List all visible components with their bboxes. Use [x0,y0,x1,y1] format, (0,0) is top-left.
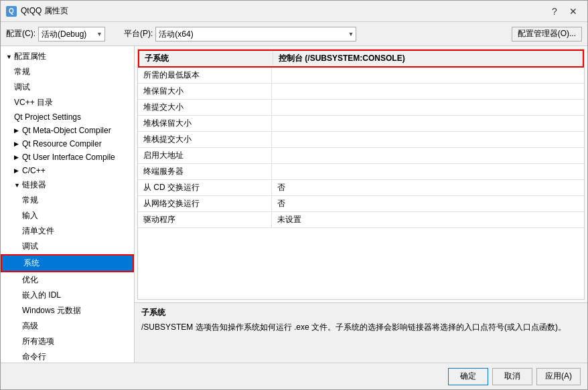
config-select-wrapper: 活动(Debug) ▼ [38,27,105,41]
prop-name: 堆栈保留大小 [138,116,272,131]
table-row[interactable]: 从 CD 交换运行 否 [138,180,584,196]
sidebar-item-label: 清单文件 [22,225,54,237]
bottom-bar: 确定 取消 应用(A) [1,363,587,389]
prop-name: 堆保留大小 [138,84,272,99]
title-bar: Q QtQQ 属性页 ? ✕ [1,1,587,22]
sidebar-item-label: 命令行 [22,351,46,363]
arrow-icon: ▼ [14,182,21,189]
prop-value [272,116,584,131]
sidebar-item-label: 系统 [23,258,40,269]
prop-name: 启用大地址 [138,148,272,163]
sidebar-item-cpp[interactable]: ▶ C/C++ [1,164,134,177]
sidebar-item-linker-idl[interactable]: 嵌入的 IDL [1,288,134,303]
cancel-button[interactable]: 取消 [492,368,532,385]
sidebar-item-linker-manifest[interactable]: 清单文件 [1,223,134,239]
sidebar-item-qt-project[interactable]: Qt Project Settings [1,110,134,124]
main-content: ▼ 配置属性 常规 调试 VC++ 目录 Qt Project Settings… [1,46,587,363]
app-icon: Q [6,6,17,17]
sidebar-item-linker[interactable]: ▼ 链接器 [1,177,134,193]
sidebar-item-label: 输入 [22,210,38,221]
sidebar-item-label: C/C++ [22,166,46,175]
sidebar-item-label: 优化 [22,274,38,286]
close-button[interactable]: ✕ [565,5,582,18]
sidebar-item-label: 所有选项 [22,336,54,347]
prop-value: 否 [272,196,584,211]
window-title: QtQQ 属性页 [21,5,68,17]
sidebar-item-label: 高级 [22,320,38,332]
prop-value [272,148,584,163]
header-value: 控制台 (/SUBSYSTEM:CONSOLE) [273,51,583,66]
table-row[interactable]: 堆栈保留大小 [138,116,584,132]
help-button[interactable]: ? [546,5,563,18]
prop-value [272,100,584,115]
config-label: 配置(C): [6,28,35,39]
dialog-window: Q QtQQ 属性页 ? ✕ 配置(C): 活动(Debug) ▼ 平台(P):… [0,0,588,390]
prop-name: 驱动程序 [138,212,272,227]
sidebar-item-debug[interactable]: 调试 [1,80,134,95]
table-row[interactable]: 所需的最低版本 [138,68,584,84]
prop-name: 从网络交换运行 [138,196,272,211]
table-row[interactable]: 启用大地址 [138,148,584,164]
sidebar-item-linker-advanced[interactable]: 高级 [1,318,134,334]
table-row[interactable]: 终端服务器 [138,164,584,180]
sidebar-item-label: 常规 [14,66,30,78]
sidebar-item-label: 配置属性 [14,51,46,62]
sidebar-item-label: Windows 元数据 [22,305,81,316]
properties-header-row: 子系统 控制台 (/SUBSYSTEM:CONSOLE) [138,50,584,68]
prop-value [272,132,584,147]
arrow-icon: ▶ [14,140,21,147]
prop-name: 从 CD 交换运行 [138,180,272,195]
sidebar-item-linker-debug[interactable]: 调试 [1,239,134,254]
sidebar-item-qt-ui[interactable]: ▶ Qt User Interface Compile [1,151,134,164]
sidebar-item-label: 常规 [22,195,38,206]
sidebar-item-label: VC++ 目录 [14,97,53,108]
sidebar-item-linker-optimize[interactable]: 优化 [1,272,134,288]
toolbar: 配置(C): 活动(Debug) ▼ 平台(P): 活动(x64) ▼ 配置管理… [1,22,587,46]
toolbar-right: 配置管理器(O)... [512,27,582,41]
table-row[interactable]: 从网络交换运行 否 [138,196,584,212]
arrow-icon: ▶ [14,167,21,174]
right-panel: 子系统 控制台 (/SUBSYSTEM:CONSOLE) 所需的最低版本 堆保留… [135,46,587,363]
sidebar-item-qt-meta[interactable]: ▶ Qt Meta-Object Compiler [1,124,134,137]
prop-value: 否 [272,180,584,195]
table-row[interactable]: 堆保留大小 [138,84,584,100]
table-row[interactable]: 堆提交大小 [138,100,584,116]
prop-value [272,68,584,83]
platform-label: 平台(P): [124,28,153,39]
sidebar-item-vc-dirs[interactable]: VC++ 目录 [1,95,134,110]
title-bar-buttons: ? ✕ [546,5,582,18]
sidebar-item-qt-resource[interactable]: ▶ Qt Resource Compiler [1,137,134,151]
sidebar-item-linker-winmeta[interactable]: Windows 元数据 [1,303,134,318]
sidebar-item-label: 调试 [22,241,38,252]
config-select[interactable]: 活动(Debug) [38,27,105,41]
arrow-icon: ▶ [14,127,21,134]
sidebar-item-label: 调试 [14,82,30,93]
apply-button[interactable]: 应用(A) [536,368,581,385]
title-bar-left: Q QtQQ 属性页 [6,5,68,17]
sidebar-item-config-props[interactable]: ▼ 配置属性 [1,49,134,64]
sidebar-item-label: 链接器 [22,179,46,191]
ok-button[interactable]: 确定 [448,368,488,385]
properties-table: 子系统 控制台 (/SUBSYSTEM:CONSOLE) 所需的最低版本 堆保留… [137,49,585,300]
prop-name: 堆栈提交大小 [138,132,272,147]
sidebar-item-linker-general[interactable]: 常规 [1,193,134,208]
sidebar-item-linker-input[interactable]: 输入 [1,208,134,223]
description-text: /SUBSYSTEM 选项告知操作系统如何运行 .exe 文件。子系统的选择会影… [141,321,581,333]
arrow-icon: ▶ [14,154,21,161]
table-row[interactable]: 驱动程序 未设置 [138,212,584,228]
arrow-icon: ▼ [6,54,13,60]
sidebar-item-label: Qt Resource Compiler [22,139,102,149]
table-row[interactable]: 堆栈提交大小 [138,132,584,148]
description-title: 子系统 [141,307,581,318]
platform-select-wrapper: 活动(x64) ▼ [155,27,356,41]
config-manager-button[interactable]: 配置管理器(O)... [512,27,582,41]
sidebar-item-linker-system[interactable]: 系统 [1,254,134,272]
prop-name: 所需的最低版本 [138,68,272,83]
description-panel: 子系统 /SUBSYSTEM 选项告知操作系统如何运行 .exe 文件。子系统的… [135,302,587,363]
platform-select[interactable]: 活动(x64) [155,27,356,41]
sidebar-item-linker-alloptions[interactable]: 所有选项 [1,334,134,349]
sidebar-item-label: 嵌入的 IDL [22,290,61,301]
sidebar-item-general[interactable]: 常规 [1,64,134,80]
prop-value [272,84,584,99]
sidebar-item-linker-cmdline[interactable]: 命令行 [1,349,134,363]
